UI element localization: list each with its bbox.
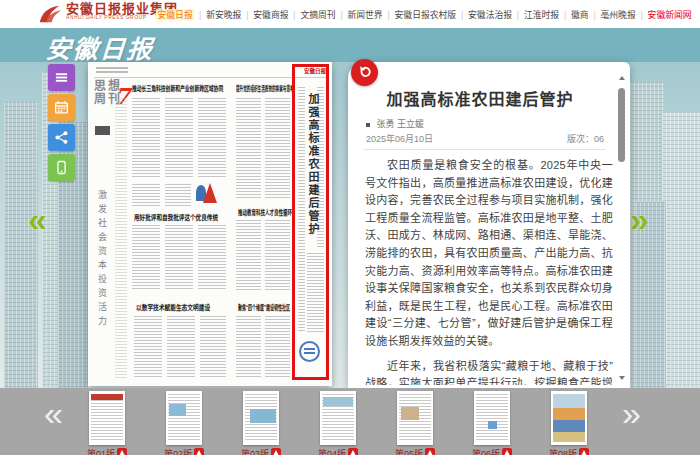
bottom-gap (0, 455, 700, 466)
article-panel: 加强高标准农田建后管护 张勇 王立媛 2025年06月10日 版次：06 农田质… (348, 62, 630, 388)
thumbnail-image (320, 391, 356, 445)
headline-3: 用好批评和自我批评这个优良传统 (134, 212, 218, 223)
article-edition: 版次：06 (567, 132, 604, 145)
newspaper-seal (299, 341, 320, 362)
page-thumbnail-01[interactable]: 第01版 (87, 391, 127, 460)
smartphone-icon (54, 160, 69, 175)
filmstrip-next-arrow[interactable]: » (622, 396, 641, 430)
nav-item-bozhou-evening[interactable]: 亳州晚报 (601, 8, 648, 21)
byline-bullet (366, 123, 370, 127)
text-column (236, 316, 261, 378)
headline-4: 推动教育科技人才良性循环 (238, 207, 292, 218)
section-tag-block (95, 126, 110, 135)
thumbnail-image (397, 391, 433, 445)
next-page-arrow[interactable]: » (630, 202, 649, 236)
newspaper-masthead: 安徽日报 (45, 29, 156, 65)
text-column (265, 220, 290, 292)
page-thumbnail-06[interactable]: 第06版 (472, 391, 512, 460)
text-column (115, 98, 127, 378)
text-column (307, 253, 324, 333)
text-column (165, 98, 193, 178)
headline-2: 提升党的组织生活质效的探索与思考 (236, 83, 294, 94)
top-header: 安徽日报报业集团 ANHUI DAILY PRESS GROUP 安徽日报 新安… (0, 0, 700, 28)
selected-article-highlight[interactable]: 加强高标准农田建后管护 (292, 64, 329, 380)
text-column (298, 87, 305, 333)
text-column (165, 184, 191, 206)
back-button[interactable] (351, 59, 378, 86)
paper-nav: 安徽日报 新安晚报 安徽商报 文摘周刊 新闻世界 安徽日报农村版 安徽法治报 江… (156, 3, 692, 25)
text-column (132, 225, 160, 289)
scroll-up-arrow[interactable] (619, 76, 625, 80)
newspaper-page-preview[interactable]: 思想周刊 7 激发社会资本投资活力 安徽日报 推动长三角科技创新和产业创新跨区域… (88, 62, 332, 386)
thumbnail-image (551, 391, 587, 445)
share-icon (54, 130, 69, 145)
article-authors: 张勇 王立媛 (377, 119, 425, 129)
text-column (198, 98, 226, 178)
article-body: 农田质量是粮食安全的根基。2025年中央一号文件指出，高质量推进高标准农田建设，… (365, 157, 613, 385)
nav-item-anhui-news-site[interactable]: 安徽新闻网 (648, 8, 692, 21)
article-scrollbar (618, 76, 626, 380)
headline-6: 聚焦“四个维度”建设韧性社区 (238, 302, 290, 313)
thumbnail-list: 第01版 第02版 第03版 第04版 第05版 第06版 (87, 391, 589, 460)
thumbnail-image (474, 391, 510, 445)
text-column (236, 220, 261, 292)
building-photo (662, 112, 700, 388)
page-thumbnail-04[interactable]: 第04版 (318, 391, 358, 460)
article-byline: 张勇 王立媛 (366, 117, 424, 130)
article-title: 加强高标准农田建后管护 (348, 86, 612, 110)
margin-vertical-headline: 激发社会资本投资活力 (96, 190, 109, 390)
scroll-down-arrow[interactable] (619, 376, 625, 380)
meta-divider (364, 149, 606, 150)
share-button[interactable] (48, 124, 75, 151)
filmstrip-prev-arrow[interactable]: « (44, 396, 63, 430)
thumbnail-image (166, 391, 202, 445)
app-window: 安徽日报报业集团 ANHUI DAILY PRESS GROUP 安徽日报 新安… (0, 0, 700, 466)
nav-item-digest-weekly[interactable]: 文摘周刊 (301, 8, 348, 21)
text-column (265, 316, 290, 378)
thumbnail-image (89, 391, 125, 445)
nav-item-anhui-business[interactable]: 安徽商报 (254, 8, 301, 21)
nav-item-rural-edition[interactable]: 安徽日报农村版 (395, 8, 468, 21)
thumbnail-image (243, 391, 279, 445)
page-thumbnail-05[interactable]: 第05版 (395, 391, 435, 460)
text-column (236, 98, 261, 200)
scrollbar-thumb[interactable] (618, 88, 625, 162)
text-column (198, 225, 226, 289)
page-filmstrip: « 第01版 第02版 第03版 第04版 第05版 (0, 388, 700, 455)
text-column (132, 98, 160, 178)
text-column (134, 316, 162, 378)
page-graphic (194, 181, 218, 208)
masthead-band: 安徽日报 (0, 28, 700, 62)
nav-item-anhui-daily[interactable]: 安徽日报 (156, 8, 206, 21)
menu-icon (54, 70, 69, 85)
nav-item-legal-daily[interactable]: 安徽法治报 (468, 8, 524, 21)
catalog-menu-button[interactable] (48, 64, 75, 91)
calendar-icon (54, 100, 69, 115)
article-paragraph: 农田质量是粮食安全的根基。2025年中央一号文件指出，高质量推进高标准农田建设，… (365, 157, 613, 351)
nav-item-huishang[interactable]: 徽商 (571, 8, 600, 21)
calendar-button[interactable] (48, 94, 75, 121)
text-column (132, 184, 160, 206)
article-date: 2025年06月10日 (366, 132, 433, 145)
article-meta-row: 2025年06月10日 版次：06 (366, 132, 604, 145)
article-paragraph: 近年来，我省积极落实“藏粮于地、藏粮于技”战略，实施大面积单产提升行动，挖掘粮食… (365, 358, 613, 385)
text-column (165, 225, 193, 289)
highlight-vertical-title: 加强高标准农田建后管护 (305, 93, 321, 249)
building-photo (4, 102, 38, 388)
page-header-line (96, 67, 128, 69)
text-column (167, 316, 195, 378)
mobile-version-button[interactable] (48, 154, 75, 181)
page-thumbnail-03[interactable]: 第03版 (241, 391, 281, 460)
page-thumbnail-08[interactable]: 第08版 (549, 391, 589, 460)
logo-subtitle: ANHUI DAILY PRESS GROUP (66, 15, 147, 20)
prev-page-arrow[interactable]: « (28, 202, 47, 236)
text-column (265, 98, 290, 200)
nav-item-jianghuai-times[interactable]: 江淮时报 (524, 8, 571, 21)
headline-1: 推动长三角科技创新和产业创新跨区域协同 (132, 83, 223, 94)
page-thumbnail-02[interactable]: 第02版 (164, 391, 204, 460)
nav-item-xinan-evening[interactable]: 新安晚报 (207, 8, 254, 21)
page-header-line (96, 71, 128, 73)
nav-item-news-world[interactable]: 新闻世界 (348, 8, 395, 21)
return-arrow-icon (357, 65, 372, 80)
text-column (200, 316, 226, 378)
